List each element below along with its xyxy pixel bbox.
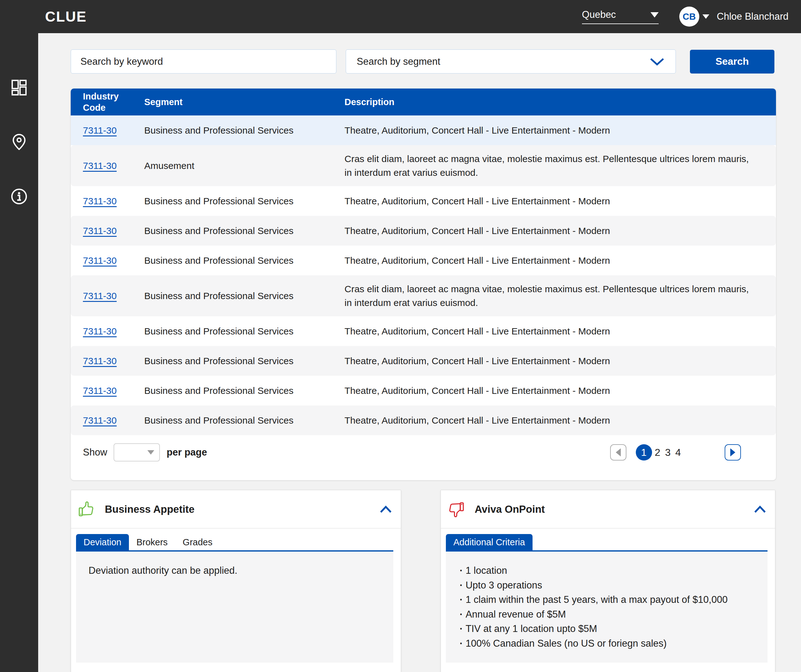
industry-code-link[interactable]: 7311-30 [83,386,117,396]
sidebar-item-dashboard[interactable] [10,79,28,96]
tab-deviation[interactable]: Deviation [76,534,129,550]
table-row: 7311-30Business and Professional Service… [71,376,776,405]
segment-cell: Amusement [144,161,344,171]
industry-code-link[interactable]: 7311-30 [83,326,117,336]
aviva-onpoint-card: Aviva OnPoint Additional Criteria 1 loca… [441,490,775,672]
table-row: 7311-30Business and Professional Service… [71,275,776,316]
thumbs-up-icon [78,501,95,518]
tab-brokers[interactable]: Brokers [129,534,175,550]
segment-cell: Business and Professional Services [144,291,344,301]
table-row: 7311-30Business and Professional Service… [71,246,776,275]
tab-additional-criteria[interactable]: Additional Criteria [446,534,532,550]
description-cell: Theatre, Auditorium, Concert Hall - Live… [344,124,776,137]
industry-code-cell: 7311-30 [71,161,144,171]
top-bar: CLUE Quebec CB Chloe Blanchard [0,0,801,33]
thumbs-down-icon [448,501,465,518]
caret-down-icon [650,12,659,18]
region-value: Quebec [582,9,616,20]
table-row: 7311-30Business and Professional Service… [71,116,776,145]
criteria-item: 1 claim within the past 5 years, with a … [458,593,755,607]
next-page-button[interactable] [725,444,741,460]
industry-code-link[interactable]: 7311-30 [83,225,117,236]
table-row: 7311-30Business and Professional Service… [71,216,776,246]
sidebar [0,33,38,672]
description-cell: Theatre, Auditorium, Concert Hall - Live… [344,354,776,368]
industry-code-cell: 7311-30 [71,225,144,236]
industry-code-cell: 7311-30 [71,356,144,367]
industry-code-cell: 7311-30 [71,255,144,266]
industry-code-cell: 7311-30 [71,415,144,426]
tab-grades[interactable]: Grades [175,534,220,550]
aviva-onpoint-content: 1 locationUpto 3 operations1 claim withi… [446,551,767,662]
segment-cell: Business and Professional Services [144,225,344,236]
criteria-item: Upto 3 operations [458,578,755,593]
card-title: Business Appetite [105,503,195,515]
previous-page-button[interactable] [610,444,626,460]
page-number-current[interactable]: 1 [636,444,652,460]
per-page-select[interactable] [114,443,160,461]
industry-code-cell: 7311-30 [71,125,144,136]
region-dropdown[interactable]: Quebec [582,9,659,24]
industry-code-link[interactable]: 7311-30 [83,291,117,301]
avatar[interactable]: CB [679,6,699,27]
page-numbers: 1234 [636,444,681,460]
collapse-button[interactable] [380,505,392,513]
results-table: Industry Code Segment Description 7311-3… [71,88,776,480]
pager: 1234 [610,444,741,460]
segment-cell: Business and Professional Services [144,386,344,396]
table-header-row: Industry Code Segment Description [71,88,776,116]
business-appetite-card: Business Appetite DeviationBrokersGrades… [71,490,401,672]
business-appetite-body: DeviationBrokersGrades Deviation authori… [71,528,401,672]
page-number[interactable]: 4 [675,447,681,458]
tab-bar: Additional Criteria [446,534,767,550]
sidebar-item-locations[interactable] [10,133,28,151]
column-header-segment: Segment [144,97,344,107]
collapse-button[interactable] [754,505,766,513]
table-row: 7311-30Business and Professional Service… [71,405,776,435]
industry-code-link[interactable]: 7311-30 [83,255,117,265]
industry-code-cell: 7311-30 [71,326,144,337]
search-segment-select[interactable]: Search by segment [346,50,676,74]
main-area: Search by segment Search Industry Code S… [38,33,801,672]
description-cell: Theatre, Auditorium, Concert Hall - Live… [344,194,776,208]
industry-code-link[interactable]: 7311-30 [83,196,117,206]
description-cell: Cras elit diam, laoreet ac magna vitae, … [344,282,776,309]
industry-code-link[interactable]: 7311-30 [83,161,117,171]
per-page-label: per page [167,447,207,458]
pagination-bar: Show per page 1234 [71,435,776,480]
column-header-description: Description [344,97,776,107]
show-label: Show [83,447,107,458]
industry-code-link[interactable]: 7311-30 [83,125,117,135]
table-row: 7311-30Business and Professional Service… [71,316,776,346]
segment-cell: Business and Professional Services [144,125,344,136]
table-body: 7311-30Business and Professional Service… [71,116,776,435]
page-number[interactable]: 2 [655,447,661,458]
segment-cell: Business and Professional Services [144,356,344,367]
chevron-up-icon [380,505,392,513]
chevron-down-icon [649,57,665,66]
top-bar-right: Quebec CB Chloe Blanchard [582,6,788,27]
segment-cell: Business and Professional Services [144,255,344,266]
search-row: Search by segment Search [71,50,776,74]
sidebar-item-info[interactable] [10,188,28,205]
search-button[interactable]: Search [690,50,774,74]
industry-code-link[interactable]: 7311-30 [83,356,117,366]
description-cell: Theatre, Auditorium, Concert Hall - Live… [344,413,776,428]
criteria-item: 100% Canadian Sales (no US or foriegn sa… [458,636,755,651]
cards-row: Business Appetite DeviationBrokersGrades… [71,490,776,672]
industry-code-link[interactable]: 7311-30 [83,415,117,426]
segment-cell: Business and Professional Services [144,326,344,337]
user-menu-caret-icon[interactable] [703,14,709,19]
avatar-initials: CB [683,11,696,22]
description-cell: Theatre, Auditorium, Concert Hall - Live… [344,254,776,267]
aviva-onpoint-header: Aviva OnPoint [441,490,775,528]
app-logo: CLUE [45,8,87,25]
table-row: 7311-30Business and Professional Service… [71,186,776,216]
page-number[interactable]: 3 [665,447,671,458]
tab-bar: DeviationBrokersGrades [76,534,393,550]
segment-cell: Business and Professional Services [144,196,344,206]
card-title: Aviva OnPoint [474,503,545,515]
search-keyword-input[interactable] [71,50,336,74]
dashboard-icon [10,79,28,96]
chevron-up-icon [754,505,766,513]
